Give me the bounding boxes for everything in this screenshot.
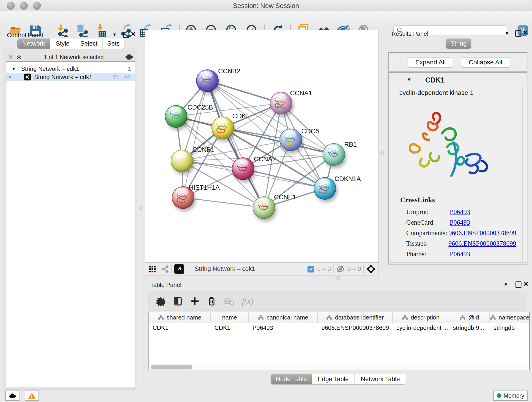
cloud-button[interactable]	[5, 390, 19, 401]
memory-status-dot	[497, 393, 501, 398]
tab-network-table[interactable]: Network Table	[355, 374, 406, 384]
network-canvas[interactable]: CCNB2CCNA1CDC25BCDK1CDC6RB1CCNB1CCNA2CDK…	[145, 30, 379, 262]
network-row[interactable]: String Network – cdk1 11 48	[6, 73, 135, 81]
crosslink-value-link[interactable]: P06493	[450, 250, 470, 258]
table-cell[interactable]: stringdb	[490, 324, 530, 332]
cytoscape-window: Session: New Session	[0, 0, 532, 402]
selected-nodes-checkbox[interactable]	[307, 266, 314, 273]
control-panel-collapse-icon[interactable]: ▼	[112, 32, 117, 37]
node-CDC6[interactable]	[279, 128, 302, 151]
node-highlight	[169, 107, 182, 115]
results-panel-collapse-icon[interactable]: ▼	[505, 31, 509, 36]
node-CCNB1[interactable]	[171, 150, 193, 172]
tab-style[interactable]: Style	[50, 38, 75, 49]
node-CDKN1A[interactable]	[314, 177, 336, 200]
table-hscrollbar-thumb[interactable]	[151, 365, 192, 370]
birdseye-view-icon[interactable]	[174, 264, 184, 274]
delete-column-icon[interactable]	[207, 297, 216, 306]
tab-node-table[interactable]: Node Table	[271, 374, 312, 384]
node-CDC25B[interactable]	[165, 105, 187, 128]
node-CDK1[interactable]	[211, 117, 234, 139]
import-network-from-database-icon[interactable]	[75, 24, 88, 37]
left-splitter-handle[interactable]	[139, 206, 143, 210]
column-label: description	[411, 314, 440, 321]
separator	[171, 264, 172, 274]
entry-body: cyclin-dependent kinase 1	[390, 86, 526, 263]
tab-network[interactable]: Network	[17, 38, 50, 49]
crosslink-label: Compartments:	[406, 229, 448, 237]
node-label-CDK1: CDK1	[232, 112, 249, 120]
share-icon[interactable]	[161, 265, 169, 273]
tab-sets[interactable]: Sets	[102, 38, 124, 49]
node-CCNA1[interactable]	[270, 92, 292, 114]
table-cell[interactable]: CDK1	[211, 324, 249, 332]
table-panel-close-icon[interactable]: ✕	[523, 281, 529, 287]
control-panel-close-icon[interactable]: ✕	[131, 32, 136, 37]
bottom-splitter-handle[interactable]	[336, 276, 340, 280]
results-scrollbar[interactable]	[522, 86, 525, 262]
memory-button[interactable]: Memory	[493, 390, 528, 401]
tab-select[interactable]: Select	[75, 38, 102, 49]
edge-HIST1H1A-CCNE1[interactable]	[183, 198, 264, 208]
table-cell[interactable]: CDK1	[149, 324, 211, 332]
toolbar-separator	[48, 24, 48, 38]
column-header-shared-name[interactable]: shared name	[149, 312, 211, 323]
edge-CCNB2-HIST1H1A[interactable]	[183, 81, 207, 198]
table-panel-collapse-icon[interactable]: ▼	[504, 282, 508, 287]
entry-collapse-icon[interactable]: ▼	[407, 77, 412, 82]
tab-string[interactable]: String	[446, 38, 471, 49]
crosslink-value-link[interactable]: 9606.ENSP00000378699	[448, 229, 516, 237]
column-header-database-identifier[interactable]: database identifier	[318, 312, 393, 323]
column-header-canonical-name[interactable]: canonical name	[249, 312, 318, 323]
cloud-icon	[8, 393, 16, 399]
column-header--id[interactable]: @id	[449, 312, 490, 323]
collapse-all-button[interactable]: Collapse All	[461, 57, 510, 67]
right-splitter-handle[interactable]	[380, 151, 385, 155]
table-cell[interactable]: 9606.ENSP00000378699	[318, 324, 393, 332]
import-network-from-file-icon[interactable]	[56, 24, 69, 37]
node-CCNA2[interactable]	[232, 157, 254, 180]
tree-expand-icon[interactable]: ▼	[12, 66, 16, 71]
gear-icon[interactable]	[126, 53, 133, 61]
table-panel-float-icon[interactable]	[515, 281, 521, 288]
network-collection-row[interactable]: ▼ String Network – cdk1 1	[6, 65, 135, 73]
column-header-description[interactable]: description	[393, 312, 449, 323]
hierarchy-icon	[460, 315, 466, 320]
column-header-name[interactable]: name	[211, 312, 249, 323]
crosslink-value-link[interactable]: P06493	[450, 219, 470, 226]
node-RB1[interactable]	[323, 143, 345, 166]
table-cell[interactable]: cyclin-dependent ...	[393, 324, 449, 332]
separator	[305, 264, 305, 274]
node-label-CCNE1: CCNE1	[274, 193, 296, 201]
edge-CCNB2-CCNA1[interactable]	[207, 81, 281, 103]
expand-all-icon[interactable]	[16, 54, 22, 60]
hidden-eye-icon	[336, 265, 345, 273]
warning-button[interactable]	[25, 390, 39, 401]
crosslink-row: Tissues:9606.ENSP00000378699	[406, 238, 516, 249]
table-cell[interactable]: P06493	[249, 324, 318, 332]
table-type-tabs: Node TableEdge TableNetwork Table	[271, 374, 406, 384]
columns-icon[interactable]	[173, 297, 182, 306]
add-column-icon[interactable]	[190, 297, 199, 306]
table-gear-icon[interactable]	[156, 297, 165, 306]
node-label-RB1: RB1	[344, 141, 357, 148]
table-toolbar: f(x)	[148, 292, 527, 311]
crosshair-icon[interactable]	[366, 264, 376, 274]
results-panel-close-icon[interactable]: ✕	[523, 30, 528, 35]
grid-icon[interactable]	[148, 265, 156, 273]
results-panel-float-icon[interactable]	[515, 30, 521, 37]
collapse-all-icon[interactable]	[8, 54, 14, 60]
results-entry-box: ▼ CDK1 cyclin-dependent kinase 1	[388, 72, 527, 264]
results-panel-tabs: String	[446, 38, 471, 49]
control-panel-float-icon[interactable]	[123, 32, 129, 38]
tab-edge-table[interactable]: Edge Table	[312, 374, 355, 384]
crosslink-value-link[interactable]: 9606.ENSP00000378699	[448, 240, 516, 247]
table-cell[interactable]: stringdb:9...	[449, 324, 490, 332]
import-table-icon[interactable]	[95, 24, 109, 37]
column-label: database identifier	[335, 314, 384, 321]
crosslink-value-link[interactable]: P06493	[450, 208, 470, 216]
expand-all-button[interactable]: Expand All	[408, 57, 453, 67]
node-CCNE1[interactable]	[253, 196, 275, 219]
column-header-namespace[interactable]: namespace	[490, 312, 530, 323]
node-CCNB2[interactable]	[196, 70, 219, 92]
